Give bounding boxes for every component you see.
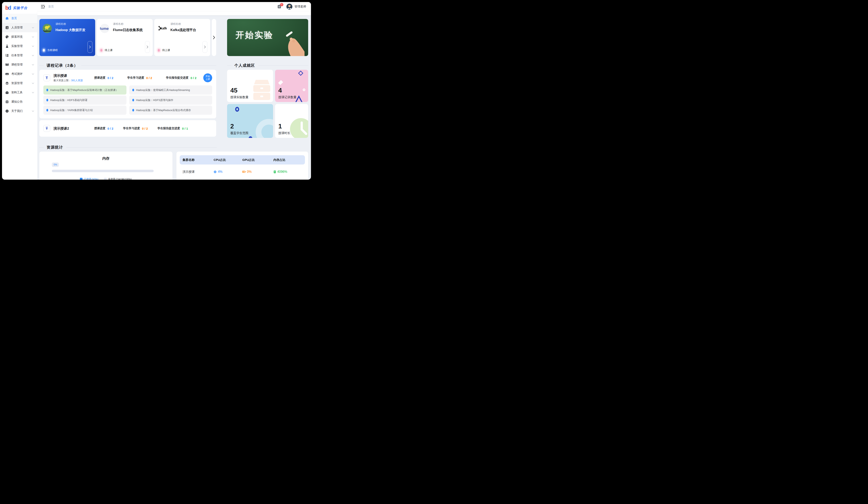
cpu-icon	[214, 170, 217, 174]
experiment-item[interactable]: Hadoop实验：基于MapReduce实现单词计数（正在授课）	[43, 85, 126, 95]
legend-used: 已使用 0(0%)	[80, 177, 98, 180]
task-tree-icon	[5, 54, 9, 57]
course-status: 当前课程	[43, 49, 58, 52]
notification-button[interactable]: 0	[277, 4, 281, 9]
sidebar-item-experiments[interactable]: 实验管理	[2, 42, 37, 51]
sidebar-item-tasks[interactable]: 任务管理	[2, 51, 37, 60]
sidebar-item-resources[interactable]: 资源管理	[2, 78, 37, 88]
hadoop-logo: hadoop	[43, 24, 52, 33]
course-label: 课程名称	[55, 22, 92, 26]
stat-value: 2	[230, 123, 270, 129]
experiment-list: Hadoop实验：基于MapReduce实现单词计数（正在授课） Hadoop实…	[43, 85, 212, 115]
publish-button[interactable]	[43, 125, 50, 132]
dot-icon	[132, 99, 134, 102]
divider	[39, 65, 44, 66]
exam-score-icon: 100	[5, 72, 9, 76]
upload-top-icon	[45, 76, 49, 80]
stat-value: 4	[278, 87, 305, 94]
records-title: 课程记录（2条）	[46, 63, 78, 68]
divider	[66, 147, 217, 148]
experiment-item[interactable]: Hadoop实验：YARN集群部署与介绍	[43, 106, 126, 115]
stat-label: 授课实验数量	[230, 95, 270, 99]
record-stats: 授课进度0 / 2 学生学习进度0 / 2 学生报告提交进度0 / 1	[94, 127, 188, 130]
sidebar-item-personnel[interactable]: 人员管理	[2, 23, 37, 32]
sidebar-item-announcements[interactable]: 通知公告	[2, 97, 37, 106]
sidebar-item-tools[interactable]: 资料工具	[2, 88, 37, 97]
chevron-down-icon	[32, 73, 34, 75]
resources-section-header: 资源统计	[39, 145, 217, 150]
breadcrumb[interactable]: 首页	[48, 5, 54, 9]
chevron-down-icon	[32, 92, 34, 93]
sidebar-item-about[interactable]: 关于我们	[2, 106, 37, 116]
chevron-right-icon	[89, 45, 91, 49]
sidebar-item-home[interactable]: 首页	[2, 14, 37, 23]
cluster-name: 演示授课	[183, 170, 214, 174]
status-dot	[43, 49, 45, 52]
divider	[39, 147, 44, 148]
course-card-hadoop[interactable]: hadoop 课程名称 Hadoop 大数据开发 当前课程	[39, 19, 95, 56]
course-name: Kafka流处理平台	[170, 28, 207, 32]
experiment-item[interactable]: Hadoop实验：使用编程工具HadoopStreaming	[129, 85, 213, 95]
record-card-2: 演示授课2 授课进度0 / 2 学生学习进度0 / 2 学生报告提交进度0 / …	[39, 120, 216, 137]
stat-report-progress: 学生报告提交进度0 / 2	[166, 76, 196, 80]
hand-with-chalk-image	[266, 26, 304, 56]
book-icon	[5, 63, 9, 66]
record-resource: 最大资源上限：381人资源	[53, 79, 92, 82]
table-row: 演示授课 4% 0% 4096%	[180, 165, 305, 179]
stat-teaching-progress: 授课进度0 / 2	[94, 127, 113, 130]
logo-letter-d: d	[8, 5, 11, 11]
course-open-button[interactable]	[145, 41, 150, 53]
dot-icon	[46, 99, 48, 102]
status-dot	[101, 49, 102, 52]
layers-icon	[5, 82, 9, 85]
stat-report-progress: 学生报告提交进度0 / 1	[157, 127, 188, 130]
course-open-button[interactable]	[87, 41, 92, 53]
svg-text:kafk: kafk	[161, 27, 167, 30]
sidebar-item-exams[interactable]: 100 考试测评	[2, 69, 37, 78]
chevron-down-icon	[32, 27, 34, 29]
course-name: Flume日志收集系统	[113, 28, 149, 32]
avatar-image	[286, 4, 292, 10]
course-name: Hadoop 大数据开发	[55, 28, 92, 32]
achievement-card-hours: 1 授课时长	[275, 104, 308, 138]
avatar[interactable]	[286, 4, 292, 10]
start-experiment-banner[interactable]: 开始实验	[227, 19, 308, 56]
legend-swatch-unused	[104, 178, 107, 180]
sidebar-item-explore[interactable]: 探索环境	[2, 32, 37, 42]
course-carousel: hadoop 课程名称 Hadoop 大数据开发 当前课程 lume	[39, 19, 216, 56]
chevron-right-icon	[213, 36, 215, 39]
experiment-item[interactable]: Hadoop实验：HDFS原理与操作	[129, 96, 213, 105]
memory-progress-bar	[52, 170, 154, 172]
publish-button[interactable]	[43, 74, 50, 81]
course-open-button[interactable]	[203, 41, 207, 53]
stat-label: 授课时长	[278, 131, 305, 135]
sidebar-item-label: 资源管理	[11, 82, 32, 85]
sidebar: bd 实验平台 首页 人员管理 探索环境 实验管理	[2, 2, 37, 180]
sidebar-item-label: 探索环境	[11, 35, 32, 39]
achievement-card-students: 2 覆盖学生范围	[227, 104, 273, 138]
chevron-down-icon	[32, 83, 34, 84]
resource-link[interactable]: 381人资源	[71, 79, 83, 82]
course-card-kafka[interactable]: kafk 课程名称 Kafka流处理平台 待上课	[154, 19, 210, 56]
carousel-next-button[interactable]	[212, 19, 216, 56]
memory-value: 4096%	[273, 170, 302, 174]
stat-label: 覆盖学生范围	[230, 131, 270, 135]
experiment-item[interactable]: Hadoop实验：基于MapReduce实现分布式缓存	[129, 106, 213, 115]
app-logo[interactable]: bd 实验平台	[2, 2, 37, 14]
table-header-row: 集群名称 CPU占比 GPU占比 内存占比	[180, 155, 305, 165]
sidebar-fold-icon[interactable]	[41, 5, 45, 9]
experiment-item[interactable]: Hadoop实验：HDFS基础与部署	[43, 96, 126, 105]
sidebar-item-label: 任务管理	[11, 54, 32, 57]
record-stats: 授课进度0 / 2 学生学习进度0 / 2 学生报告提交进度0 / 2	[94, 76, 196, 80]
course-label: 课程名称	[113, 22, 149, 26]
dot-icon	[132, 109, 134, 112]
app-window: bd 实验平台 首页 人员管理 探索环境 实验管理	[2, 2, 311, 180]
course-card-flume[interactable]: lume 课程名称 Flume日志收集系统 待上课	[97, 19, 153, 56]
logo-letter-b: b	[5, 5, 8, 11]
sidebar-item-courses[interactable]: 课程管理	[2, 60, 37, 69]
username[interactable]: 管理老师	[294, 4, 306, 9]
start-class-button[interactable]: 开始上课	[203, 73, 212, 82]
chevron-right-icon	[147, 45, 148, 49]
course-label: 课程名称	[170, 22, 207, 26]
gpu-value: 0%	[242, 170, 273, 174]
